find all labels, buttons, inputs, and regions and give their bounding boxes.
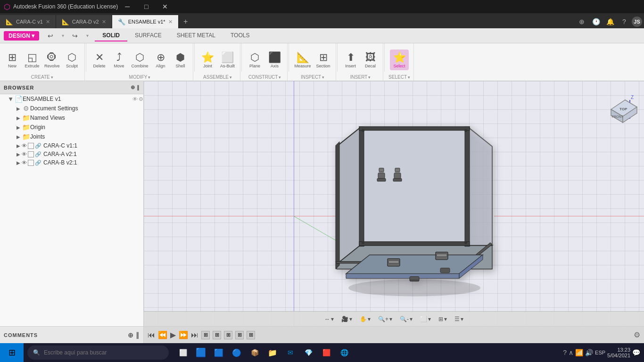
tree-cara-b[interactable]: ▶ 👁 🔗 CARA-B v2:1 — [0, 158, 143, 167]
network-icon[interactable]: 📶 — [575, 349, 583, 356]
doc-settings-arrow-icon[interactable]: ▶ — [15, 106, 22, 111]
maximize-button[interactable]: □ — [137, 0, 156, 13]
origin-arrow-icon[interactable]: ▶ — [15, 125, 22, 130]
timeline-play-btn[interactable]: ▶ — [170, 330, 176, 339]
assemble-asbuilt-btn[interactable]: ⬜ As-Built — [218, 49, 237, 70]
notification-icon[interactable]: 💬 — [632, 349, 640, 356]
taskbar-app-edge[interactable]: 🔵 — [228, 344, 245, 361]
create-sculpt-btn[interactable]: ⬡ Sculpt — [63, 49, 82, 70]
tree-root[interactable]: ▶ 📄 ENSAMBLE v1 👁 ⚙ — [0, 94, 143, 104]
history-icon[interactable]: 🕐 — [589, 15, 603, 28]
named-views-arrow-icon[interactable]: ▶ — [15, 115, 22, 121]
taskbar-app-office[interactable]: 🟦 — [210, 344, 227, 361]
user-icon[interactable]: JS — [632, 16, 642, 27]
taskbar-app-dropbox[interactable]: 📦 — [246, 344, 263, 361]
modify-delete-btn[interactable]: ✕ Delete — [90, 49, 109, 70]
help-tray-icon[interactable]: ? — [563, 349, 567, 356]
tree-cara-c[interactable]: ▶ 👁 🔗 CARA-C v1:1 — [0, 141, 143, 150]
inspect-section-btn[interactable]: ⊞ Section — [314, 49, 333, 70]
vp-orbit-btn[interactable]: ↔ ▾ — [322, 315, 337, 323]
cara-a-eye-icon[interactable]: 👁 — [22, 151, 27, 157]
clock[interactable]: 13:23 5/04/2021 — [607, 347, 630, 358]
tab-ensamble[interactable]: 🔧 ENSAMBLE v1* ✕ — [112, 15, 179, 28]
create-new-component-btn[interactable]: ⊞ New — [3, 49, 22, 70]
modify-label[interactable]: MODIFY ▾ — [129, 74, 151, 81]
vp-environment-btn[interactable]: ☰ ▾ — [452, 315, 466, 323]
viewcube[interactable]: Z TOP FRONT — [602, 86, 639, 123]
language-indicator[interactable]: ESP — [595, 350, 605, 355]
subtab-tools[interactable]: TOOLS — [223, 30, 257, 41]
assemble-label[interactable]: ASSEMBLE ▾ — [203, 74, 232, 81]
timeline-settings-btn[interactable]: ⚙ — [634, 330, 640, 339]
design-dropdown[interactable]: DESIGN ▾ — [4, 31, 39, 41]
volume-icon[interactable]: 🔊 — [585, 349, 593, 356]
subtab-solid[interactable]: SOLID — [95, 30, 127, 41]
select-btn[interactable]: ⭐ Select — [390, 49, 409, 70]
modify-combine-btn[interactable]: ⬡ Combine — [130, 49, 150, 70]
subtab-sheet-metal[interactable]: SHEET METAL — [169, 30, 223, 41]
tree-joints[interactable]: ▶ 📁 Joints — [0, 132, 143, 141]
new-tab-button[interactable]: + — [179, 15, 193, 28]
tree-doc-settings[interactable]: ▶ ⚙ Document Settings — [0, 104, 143, 113]
modify-align-btn[interactable]: ⊕ Align — [151, 49, 170, 70]
vp-zoom-out-btn[interactable]: 🔍- ▾ — [397, 315, 415, 323]
root-settings-icon[interactable]: ⚙ — [139, 96, 143, 102]
root-arrow-icon[interactable]: ▶ — [8, 96, 14, 102]
create-revolve-btn[interactable]: ⭗ Revolve — [42, 49, 62, 70]
insert-label[interactable]: INSERT ▾ — [350, 74, 371, 81]
timeline-marker-4[interactable]: ⊞ — [235, 331, 244, 339]
search-input[interactable] — [44, 349, 163, 356]
create-extrude-btn[interactable]: ◱ Extrude — [23, 49, 41, 70]
taskbar-app-files[interactable]: 📁 — [264, 344, 281, 361]
timeline-marker-2[interactable]: ⊞ — [213, 331, 221, 339]
modify-shell-btn[interactable]: ⬢ Shell — [171, 49, 190, 70]
taskbar-app-diamond[interactable]: 💎 — [300, 344, 317, 361]
cara-b-arrow-icon[interactable]: ▶ — [15, 160, 22, 165]
timeline-next-btn[interactable]: ⏩ — [179, 330, 188, 339]
modify-move-btn[interactable]: ⤴ Move — [110, 49, 129, 70]
timeline-prev-btn[interactable]: ⏪ — [158, 330, 167, 339]
taskbar-app-task-view[interactable]: ⬜ — [174, 344, 191, 361]
cara-a-checkbox[interactable] — [28, 151, 34, 157]
viewport[interactable]: Z TOP FRONT ↔ ▾ 🎥 ▾ ✋ — [144, 81, 644, 326]
assemble-joint-btn[interactable]: ⭐ Joint — [198, 49, 217, 70]
taskbar-app-chrome[interactable]: 🌐 — [336, 344, 353, 361]
cara-a-arrow-icon[interactable]: ▶ — [15, 152, 22, 157]
insert-btn[interactable]: ⬆ Insert — [341, 49, 360, 70]
redo-button[interactable]: ↪ — [69, 30, 81, 41]
tab-cara-c[interactable]: 📐 CARA-C v1 ✕ — [0, 15, 56, 28]
taskbar-search[interactable]: 🔍 — [27, 346, 169, 360]
cara-c-checkbox[interactable] — [28, 143, 34, 149]
comments-collapse-icon[interactable]: ‖ — [136, 331, 140, 339]
construct-axis-btn[interactable]: ⬛ Axis — [265, 49, 284, 70]
browser-collapse-icon[interactable]: ‖ — [137, 84, 140, 90]
timeline-first-btn[interactable]: ⏮ — [148, 331, 155, 339]
timeline-marker-1[interactable]: ⊞ — [201, 331, 210, 339]
vp-camera-btn[interactable]: 🎥 ▾ — [339, 315, 355, 323]
taskbar-app-explorer[interactable]: 🟦 — [192, 344, 209, 361]
timeline-marker-3[interactable]: ⊞ — [224, 331, 232, 339]
select-label[interactable]: SELECT ▾ — [388, 74, 410, 81]
tab-cara-d[interactable]: 📐 CARA-D v2 ✕ — [56, 15, 112, 28]
comments-add-icon[interactable]: ⊕ — [128, 331, 134, 339]
subtab-surface[interactable]: SURFACE — [127, 30, 169, 41]
minimize-button[interactable]: ─ — [118, 0, 137, 13]
taskbar-app-mail[interactable]: ✉ — [282, 344, 299, 361]
tab-ensamble-close[interactable]: ✕ — [168, 19, 173, 25]
tree-origin[interactable]: ▶ 📁 Origin — [0, 123, 143, 132]
timeline-marker-5[interactable]: ⊞ — [247, 331, 255, 339]
taskbar-app-fusion[interactable]: 🟥 — [318, 344, 335, 361]
undo-button[interactable]: ↩ — [45, 30, 56, 41]
joints-arrow-icon[interactable]: ▶ — [15, 134, 22, 140]
vp-display-btn[interactable]: ⬜ ▾ — [417, 315, 434, 323]
close-button[interactable]: ✕ — [156, 0, 174, 13]
show-hidden-icon[interactable]: ∧ — [569, 349, 573, 356]
notifications-icon[interactable]: 🔔 — [603, 15, 617, 28]
create-label[interactable]: CREATE ▾ — [31, 74, 53, 81]
tree-named-views[interactable]: ▶ 📁 Named Views — [0, 113, 143, 123]
add-tab-icon[interactable]: ⊕ — [575, 15, 588, 28]
vp-grid-btn[interactable]: ⊞ ▾ — [436, 315, 450, 323]
browser-expand-icon[interactable]: ⊕ — [131, 84, 135, 90]
tab-cara-d-close[interactable]: ✕ — [102, 19, 106, 25]
cara-b-eye-icon[interactable]: 👁 — [22, 160, 27, 165]
